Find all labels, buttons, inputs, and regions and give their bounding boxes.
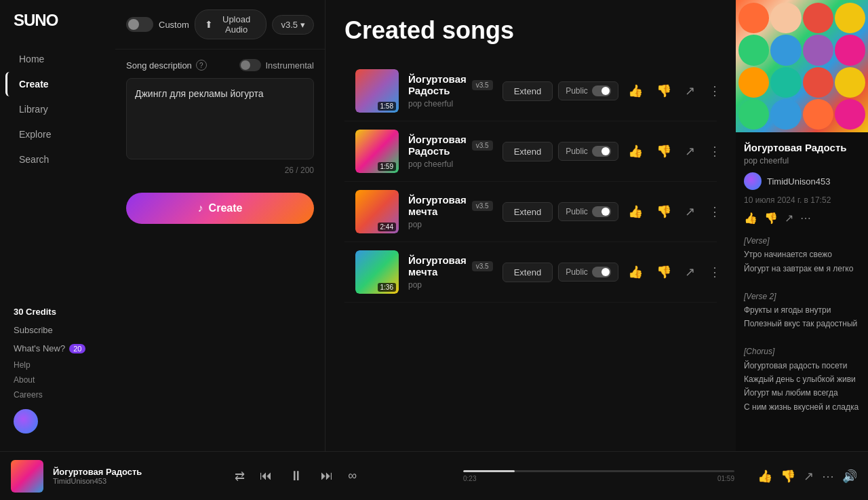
player-volume-button[interactable]: 🔊: [842, 469, 857, 484]
like-song-button[interactable]: 👍: [624, 141, 647, 161]
public-toggle[interactable]: [592, 146, 611, 157]
create-toolbar: Custom ⬆ Upload Audio v3.5 ▾: [115, 0, 325, 50]
detail-username[interactable]: TimidUnison453: [767, 176, 830, 187]
detail-song-genre: pop cheerful: [744, 156, 860, 166]
song-info: Йогуртовая мечта v3.5 pop: [408, 254, 493, 290]
more-song-button[interactable]: ⋮: [705, 141, 725, 161]
like-icon[interactable]: 👍: [744, 212, 757, 225]
song-card[interactable]: 1:36 Йогуртовая мечта v3.5 pop Extend Pu…: [344, 242, 717, 303]
song-card[interactable]: 1:59 Йогуртовая Радость v3.5 pop cheerfu…: [344, 121, 717, 182]
player-right-actions: 👍 👎 ↗ ⋯ 🔊: [757, 469, 857, 484]
song-genre: pop cheerful: [408, 159, 493, 169]
current-time: 0:23: [463, 475, 476, 482]
whats-new-link[interactable]: What's New? 20: [8, 339, 107, 358]
main-nav: Home Create Library Explore Search: [0, 46, 115, 172]
player-more-button[interactable]: ⋯: [822, 469, 834, 484]
player-dislike-button[interactable]: 👎: [781, 469, 795, 484]
progress-time-display: 0:23 01:59: [463, 475, 734, 482]
public-toggle[interactable]: [592, 85, 611, 96]
help-link[interactable]: Help: [8, 358, 107, 372]
extend-button[interactable]: Extend: [502, 202, 553, 222]
progress-section: 0:23 01:59: [463, 470, 734, 482]
subscribe-button[interactable]: Subscribe: [8, 321, 107, 339]
public-toggle[interactable]: [592, 206, 611, 217]
public-label: Public: [566, 86, 588, 96]
sidebar-item-create[interactable]: Create: [5, 72, 110, 96]
song-actions: Extend Public 👍 👎 ↗ ⋮: [502, 262, 725, 282]
shuffle-button[interactable]: ⇄: [232, 466, 248, 486]
custom-label: Custom: [159, 20, 189, 30]
player-share-button[interactable]: ↗: [804, 469, 814, 484]
user-avatar[interactable]: [14, 409, 38, 434]
share-song-button[interactable]: ↗: [681, 201, 699, 222]
fruit-circle: [835, 67, 865, 98]
song-title-row: Йогуртовая Радость v3.5: [408, 134, 493, 157]
dislike-icon[interactable]: 👎: [764, 212, 778, 225]
song-genre: pop: [408, 280, 493, 290]
sidebar-item-home[interactable]: Home: [5, 47, 110, 71]
loop-button[interactable]: ∞: [345, 466, 359, 486]
song-card[interactable]: 2:44 Йогуртовая мечта v3.5 pop Extend Pu…: [344, 182, 717, 242]
create-button[interactable]: ♪ Create: [126, 193, 314, 224]
create-panel: Custom ⬆ Upload Audio v3.5 ▾ Song descri…: [115, 0, 326, 451]
share-song-button[interactable]: ↗: [681, 262, 699, 282]
upload-audio-button[interactable]: ⬆ Upload Audio: [195, 9, 267, 39]
public-toggle-knob: [601, 268, 610, 276]
detail-date: 10 июля 2024 г. в 17:52: [744, 195, 860, 205]
prev-button[interactable]: ⏮: [257, 466, 275, 486]
sidebar-item-search[interactable]: Search: [5, 147, 110, 172]
extend-button[interactable]: Extend: [502, 263, 553, 282]
char-count-display: 26 / 200: [126, 166, 314, 175]
verse2-tag: [Verse 2]: [744, 290, 860, 303]
play-pause-button[interactable]: ⏸: [284, 464, 309, 488]
version-selector[interactable]: v3.5 ▾: [272, 15, 314, 35]
song-title-row: Йогуртовая Радость v3.5: [408, 73, 493, 96]
chorus-line4: С ним жизнь вкусней и сладка: [744, 400, 860, 414]
sidebar-item-explore[interactable]: Explore: [5, 122, 110, 147]
song-info: Йогуртовая Радость v3.5 pop cheerful: [408, 134, 493, 169]
dislike-song-button[interactable]: 👎: [652, 262, 675, 282]
dislike-song-button[interactable]: 👎: [652, 81, 675, 101]
song-title: Йогуртовая мечта: [408, 194, 467, 217]
song-actions: Extend Public 👍 👎 ↗ ⋮: [502, 81, 725, 101]
fruit-circle: [835, 3, 865, 33]
custom-toggle[interactable]: [126, 17, 153, 32]
more-song-button[interactable]: ⋮: [705, 262, 725, 282]
song-version-tag: v3.5: [472, 201, 493, 211]
careers-link[interactable]: Careers: [8, 387, 107, 402]
share-song-button[interactable]: ↗: [681, 141, 699, 161]
song-genre: pop: [408, 220, 493, 229]
fruit-circle: [803, 3, 833, 33]
player-like-button[interactable]: 👍: [757, 469, 772, 484]
song-card[interactable]: 1:58 Йогуртовая Радость v3.5 pop cheerfu…: [344, 61, 717, 121]
lyrics-panel: [Verse] Утро начинается свежо Йогурт на …: [744, 234, 860, 414]
share-icon[interactable]: ↗: [785, 212, 793, 225]
progress-track[interactable]: [463, 470, 734, 472]
sidebar-item-library[interactable]: Library: [5, 97, 110, 121]
instrumental-toggle-row: Instrumental: [239, 59, 314, 71]
more-icon[interactable]: ⋯: [800, 212, 811, 225]
about-link[interactable]: About: [8, 372, 107, 387]
whats-new-badge: 20: [69, 344, 85, 353]
instrumental-toggle[interactable]: [239, 59, 261, 71]
detail-user-avatar[interactable]: [744, 172, 762, 190]
next-button[interactable]: ⏭: [318, 466, 336, 486]
help-tooltip-icon[interactable]: ?: [196, 60, 207, 71]
share-song-button[interactable]: ↗: [681, 81, 699, 101]
public-toggle[interactable]: [592, 267, 611, 277]
like-song-button[interactable]: 👍: [624, 201, 647, 222]
dislike-song-button[interactable]: 👎: [652, 141, 675, 161]
song-title: Йогуртовая мечта: [408, 254, 467, 277]
more-song-button[interactable]: ⋮: [705, 81, 725, 101]
like-song-button[interactable]: 👍: [624, 81, 647, 101]
more-song-button[interactable]: ⋮: [705, 201, 725, 222]
dislike-song-button[interactable]: 👎: [652, 201, 675, 222]
like-song-button[interactable]: 👍: [624, 262, 647, 282]
extend-button[interactable]: Extend: [502, 81, 553, 101]
player-thumbnail: [11, 460, 43, 493]
song-description-input[interactable]: Джингл для рекламы йогурта: [126, 78, 314, 159]
app-logo: SUNO: [0, 11, 115, 46]
detail-user-row: TimidUnison453: [744, 172, 860, 190]
verse1-line2: Йогурт на завтрак ем я легко: [744, 262, 860, 275]
extend-button[interactable]: Extend: [502, 142, 553, 161]
